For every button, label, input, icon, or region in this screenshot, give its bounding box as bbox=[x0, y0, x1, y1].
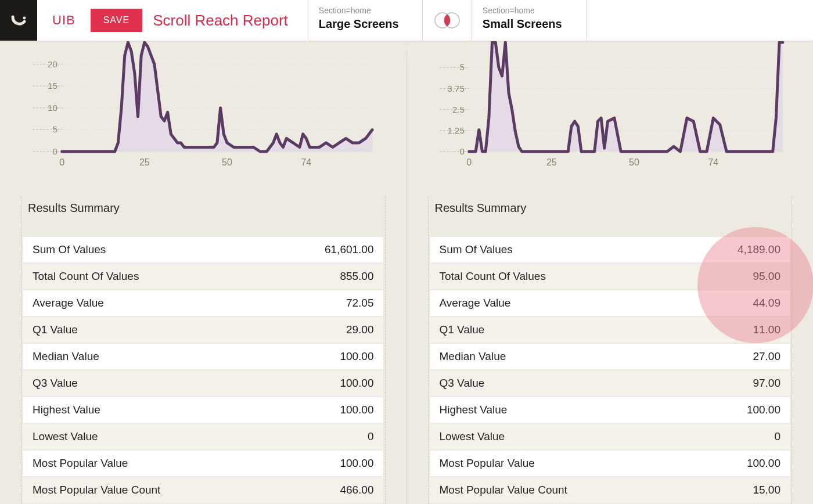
svg-text:74: 74 bbox=[708, 157, 718, 167]
stat-value: 72.05 bbox=[269, 290, 383, 316]
table-row: Most Popular Value100.00 bbox=[430, 451, 790, 476]
table-row: Q3 Value97.00 bbox=[430, 370, 790, 396]
summary-left: Results Summary Sum Of Values61,601.00To… bbox=[23, 201, 383, 504]
stat-value: 11.00 bbox=[684, 317, 790, 343]
chart-wrap-left: 051015200255074 bbox=[0, 41, 406, 169]
save-button[interactable]: SAVE bbox=[91, 9, 143, 32]
stat-value: 100.00 bbox=[684, 451, 790, 476]
stat-value: 100.00 bbox=[269, 370, 383, 396]
table-row: Median Value27.00 bbox=[430, 344, 790, 369]
table-row: Most Popular Value Count466.00 bbox=[23, 477, 383, 503]
page-title: Scroll Reach Report bbox=[153, 0, 305, 41]
chart-wrap-right: 01.252.53.7550255074 bbox=[407, 41, 814, 169]
table-row: Most Popular Value Count15.00 bbox=[430, 477, 790, 503]
table-row: Sum Of Values61,601.00 bbox=[23, 237, 383, 262]
segment-right-label: Section=home bbox=[483, 6, 575, 16]
svg-text:50: 50 bbox=[222, 157, 232, 167]
table-row: Total Count Of Values855.00 bbox=[23, 264, 383, 289]
svg-text:0: 0 bbox=[52, 146, 57, 156]
table-row: Average Value72.05 bbox=[23, 290, 383, 316]
stat-label: Average Value bbox=[430, 290, 684, 316]
stat-value: 15.00 bbox=[684, 477, 790, 503]
compare-body: 051015200255074 Results Summary Sum Of V… bbox=[0, 41, 813, 504]
summary-title-left: Results Summary bbox=[28, 201, 383, 215]
svg-text:74: 74 bbox=[301, 157, 311, 167]
stat-value: 4,189.00 bbox=[684, 237, 790, 262]
table-row: Highest Value100.00 bbox=[23, 397, 383, 423]
segment-compare: Section=home Large Screens Section=home … bbox=[308, 0, 587, 41]
svg-text:25: 25 bbox=[139, 157, 150, 167]
stat-value: 95.00 bbox=[684, 264, 790, 289]
stat-value: 0 bbox=[269, 424, 383, 449]
segment-left-value: Large Screens bbox=[319, 16, 412, 32]
table-row: Total Count Of Values95.00 bbox=[430, 264, 790, 289]
table-row: Q1 Value11.00 bbox=[430, 317, 790, 343]
stat-label: Q3 Value bbox=[23, 370, 269, 396]
stat-label: Q1 Value bbox=[430, 317, 684, 343]
segment-right[interactable]: Section=home Small Screens bbox=[472, 0, 587, 41]
stat-label: Most Popular Value Count bbox=[23, 477, 269, 503]
stats-table-right: Sum Of Values4,189.00Total Count Of Valu… bbox=[430, 236, 790, 504]
stat-value: 100.00 bbox=[269, 397, 383, 423]
stat-label: Sum Of Values bbox=[23, 237, 269, 262]
column-small-screens: 01.252.53.7550255074 Results Summary Sum… bbox=[407, 41, 814, 504]
stats-table-left: Sum Of Values61,601.00Total Count Of Val… bbox=[23, 236, 383, 504]
stat-label: Highest Value bbox=[23, 397, 269, 423]
stat-label: Q3 Value bbox=[430, 370, 684, 396]
stat-value: 466.00 bbox=[269, 477, 383, 503]
stat-value: 27.00 bbox=[684, 344, 790, 369]
brand-name[interactable]: UIB bbox=[37, 0, 91, 41]
stat-label: Median Value bbox=[23, 344, 269, 369]
stat-value: 29.00 bbox=[269, 317, 383, 343]
segment-right-value: Small Screens bbox=[483, 16, 575, 32]
stat-value: 100.00 bbox=[684, 397, 790, 423]
table-row: Q1 Value29.00 bbox=[23, 317, 383, 343]
stat-value: 97.00 bbox=[684, 370, 790, 396]
table-row: Q3 Value100.00 bbox=[23, 370, 383, 396]
table-row: Highest Value100.00 bbox=[430, 397, 790, 423]
summary-title-right: Results Summary bbox=[435, 201, 790, 215]
summary-right: Results Summary Sum Of Values4,189.00Tot… bbox=[430, 201, 790, 504]
stat-label: Median Value bbox=[430, 344, 684, 369]
svg-text:25: 25 bbox=[546, 157, 556, 167]
venn-toggle[interactable] bbox=[423, 0, 472, 41]
svg-text:1.25: 1.25 bbox=[447, 125, 464, 135]
scroll-chart-right: 01.252.53.7550255074 bbox=[427, 41, 790, 169]
stat-value: 100.00 bbox=[269, 451, 383, 476]
table-row: Average Value44.09 bbox=[430, 290, 790, 316]
svg-text:20: 20 bbox=[48, 59, 57, 69]
venn-icon bbox=[431, 10, 463, 31]
table-row: Lowest Value0 bbox=[23, 424, 383, 449]
svg-text:10: 10 bbox=[48, 103, 57, 113]
table-row: Lowest Value0 bbox=[430, 424, 790, 449]
stat-label: Sum Of Values bbox=[430, 237, 684, 262]
svg-text:0: 0 bbox=[59, 157, 64, 167]
svg-text:5: 5 bbox=[459, 62, 464, 72]
stat-label: Total Count Of Values bbox=[430, 264, 684, 289]
stat-value: 100.00 bbox=[269, 344, 383, 369]
svg-text:0: 0 bbox=[459, 146, 464, 156]
stat-label: Lowest Value bbox=[430, 424, 684, 449]
table-row: Sum Of Values4,189.00 bbox=[430, 237, 790, 262]
svg-text:3.75: 3.75 bbox=[447, 84, 464, 93]
app-logo[interactable] bbox=[0, 0, 37, 41]
stat-label: Q1 Value bbox=[23, 317, 269, 343]
stat-label: Most Popular Value bbox=[23, 451, 269, 476]
segment-left[interactable]: Section=home Large Screens bbox=[308, 0, 423, 41]
svg-text:0: 0 bbox=[466, 157, 472, 167]
table-row: Most Popular Value100.00 bbox=[23, 451, 383, 476]
table-row: Median Value100.00 bbox=[23, 344, 383, 369]
stat-value: 855.00 bbox=[269, 264, 383, 289]
svg-text:5: 5 bbox=[52, 124, 57, 134]
svg-text:50: 50 bbox=[629, 157, 639, 167]
column-large-screens: 051015200255074 Results Summary Sum Of V… bbox=[0, 41, 406, 504]
stat-label: Most Popular Value bbox=[430, 451, 684, 476]
stat-value: 61,601.00 bbox=[269, 237, 383, 262]
stat-label: Most Popular Value Count bbox=[430, 477, 684, 503]
stat-label: Lowest Value bbox=[23, 424, 269, 449]
stat-value: 44.09 bbox=[684, 290, 790, 316]
svg-point-0 bbox=[23, 17, 26, 20]
segment-left-label: Section=home bbox=[319, 6, 412, 16]
svg-text:15: 15 bbox=[48, 81, 57, 91]
scroll-chart-left: 051015200255074 bbox=[20, 41, 383, 169]
